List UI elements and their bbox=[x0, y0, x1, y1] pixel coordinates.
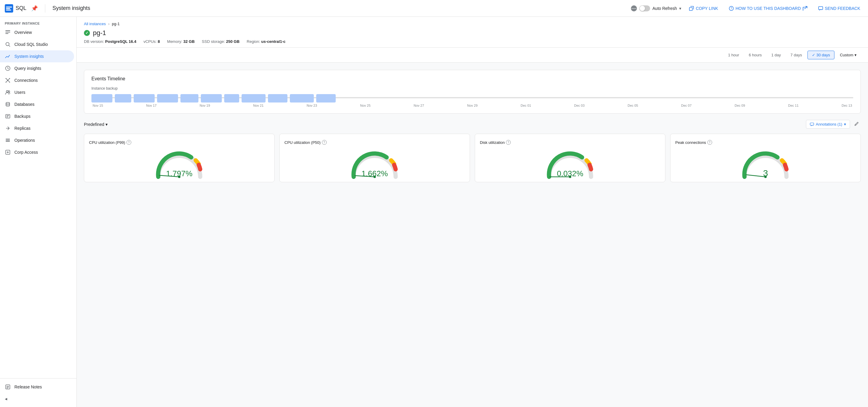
sidebar-item-databases[interactable]: Databases bbox=[0, 98, 74, 110]
toggle-track[interactable] bbox=[639, 5, 650, 11]
instance-header: pg-1 bbox=[84, 29, 861, 37]
operations-icon bbox=[5, 137, 11, 143]
page-title: System insights bbox=[53, 5, 626, 11]
timeline-bar-11[interactable] bbox=[316, 94, 336, 102]
sidebar-item-cloud-sql-studio[interactable]: Cloud SQL Studio bbox=[0, 38, 74, 50]
svg-rect-9 bbox=[5, 32, 10, 32]
sql-logo-icon bbox=[5, 4, 13, 12]
system-insights-label: System insights bbox=[14, 54, 44, 59]
svg-line-39 bbox=[746, 175, 766, 177]
send-feedback-button[interactable]: SEND FEEDBACK bbox=[815, 4, 863, 12]
gauge-value-peak-connections: 3 bbox=[763, 168, 768, 178]
events-timeline-card: Events Timeline Instance backup bbox=[84, 70, 861, 114]
time-btn-6hours[interactable]: 6 hours bbox=[745, 51, 766, 59]
breadcrumb-separator: › bbox=[108, 22, 110, 26]
timeline-bar-8[interactable] bbox=[242, 94, 266, 102]
timeline-bar-7[interactable] bbox=[224, 94, 239, 102]
sidebar-item-operations[interactable]: Operations bbox=[0, 134, 74, 146]
svg-rect-8 bbox=[5, 30, 10, 31]
gauge-card-cpu-p99: CPU utilization (P99) ? bbox=[84, 134, 275, 182]
sidebar-item-users[interactable]: Users bbox=[0, 86, 74, 98]
sidebar-item-query-insights[interactable]: Query insights bbox=[0, 62, 74, 74]
timeline-bar-10[interactable] bbox=[290, 94, 314, 102]
sidebar: Primary instance Overview Cloud SQL Stud… bbox=[0, 17, 77, 407]
svg-rect-26 bbox=[6, 141, 10, 142]
backups-label: Backups bbox=[14, 114, 31, 119]
memory-value: 32 GB bbox=[183, 39, 195, 44]
time-btn-1day[interactable]: 1 day bbox=[767, 51, 785, 59]
timeline-instance-backup-label: Instance backup bbox=[91, 86, 853, 91]
time-btn-custom[interactable]: Custom ▾ bbox=[836, 51, 861, 59]
timeline-bar-3[interactable] bbox=[134, 94, 155, 102]
backups-icon bbox=[5, 113, 11, 119]
svg-rect-7 bbox=[818, 7, 823, 9]
timeline-bar-6[interactable] bbox=[201, 94, 222, 102]
sidebar-item-system-insights[interactable]: System insights bbox=[0, 50, 74, 62]
gauge-value-cpu-p50: 1.662% bbox=[362, 169, 388, 178]
time-btn-30days[interactable]: ✓ 30 days bbox=[807, 51, 835, 59]
axis-label-dec01: Dec 01 bbox=[521, 104, 531, 107]
copy-link-button[interactable]: COPY LINK bbox=[686, 4, 721, 12]
help-icon-cpu-p99[interactable]: ? bbox=[126, 140, 131, 145]
sidebar-item-replicas[interactable]: Replicas bbox=[0, 122, 74, 134]
topbar-divider bbox=[45, 4, 45, 12]
app-body: Primary instance Overview Cloud SQL Stud… bbox=[0, 17, 868, 407]
timeline-bars bbox=[91, 93, 853, 104]
sidebar-item-release-notes[interactable]: Release Notes bbox=[0, 381, 74, 393]
sidebar-item-backups[interactable]: Backups bbox=[0, 110, 74, 122]
help-circle-icon: ? bbox=[729, 6, 734, 11]
axis-label-nov29: Nov 29 bbox=[467, 104, 478, 107]
time-btn-1hour[interactable]: 1 hour bbox=[724, 51, 743, 59]
annotations-button[interactable]: Annotations (1) ▾ bbox=[806, 120, 850, 129]
axis-label-nov19: Nov 19 bbox=[199, 104, 210, 107]
timeline-bar-5[interactable] bbox=[180, 94, 198, 102]
axis-label-nov21: Nov 21 bbox=[253, 104, 264, 107]
operations-label: Operations bbox=[14, 138, 35, 143]
axis-label-dec13: Dec 13 bbox=[842, 104, 852, 107]
vcpus-value: 8 bbox=[158, 39, 160, 44]
help-icon-disk[interactable]: ? bbox=[506, 140, 511, 145]
custom-chevron-icon: ▾ bbox=[855, 53, 857, 57]
predefined-label: Predefined bbox=[84, 122, 104, 127]
svg-rect-24 bbox=[6, 139, 10, 139]
axis-label-nov27: Nov 27 bbox=[414, 104, 424, 107]
timeline-bar-9[interactable] bbox=[268, 94, 287, 102]
memory-meta: Memory: 32 GB bbox=[167, 39, 195, 44]
auto-refresh-chevron[interactable]: ▾ bbox=[679, 6, 681, 11]
gauge-peak-connections: 3 bbox=[739, 148, 793, 178]
sidebar-item-corp-access[interactable]: Corp Access bbox=[0, 146, 74, 158]
svg-point-16 bbox=[6, 82, 7, 83]
db-version-meta: DB version: PostgreSQL 16.4 bbox=[84, 39, 136, 44]
svg-rect-23 bbox=[7, 117, 8, 117]
how-to-use-button[interactable]: ? HOW TO USE THIS DASHBOARD bbox=[726, 4, 810, 12]
gauge-title-cpu-p50: CPU utilization (P50) ? bbox=[284, 140, 327, 145]
help-icon-cpu-p50[interactable]: ? bbox=[322, 140, 327, 145]
feedback-icon bbox=[818, 6, 823, 11]
edit-button[interactable] bbox=[852, 120, 861, 129]
timeline-bar-1[interactable] bbox=[91, 94, 113, 102]
sidebar-item-overview[interactable]: Overview bbox=[0, 26, 74, 38]
timeline-bar-2[interactable] bbox=[115, 94, 131, 102]
corp-access-icon bbox=[5, 149, 11, 155]
svg-point-18 bbox=[6, 91, 8, 92]
sidebar-collapse-button[interactable]: ◂ bbox=[0, 393, 76, 405]
gauges-grid: CPU utilization (P99) ? bbox=[84, 134, 861, 182]
time-btn-7days[interactable]: 7 days bbox=[786, 51, 806, 59]
pin-icon[interactable]: 📌 bbox=[31, 5, 38, 12]
query-insights-icon bbox=[5, 65, 11, 71]
svg-point-14 bbox=[6, 78, 7, 79]
axis-label-dec09: Dec 09 bbox=[735, 104, 745, 107]
sidebar-item-connections[interactable]: Connections bbox=[0, 74, 74, 86]
vcpus-meta: vCPUs: 8 bbox=[144, 39, 160, 44]
help-icon-peak-connections[interactable]: ? bbox=[707, 140, 712, 145]
predefined-button[interactable]: Predefined ▾ bbox=[84, 122, 107, 127]
auto-refresh-toggle[interactable]: — Auto Refresh ▾ bbox=[631, 5, 682, 11]
release-notes-icon bbox=[5, 384, 11, 390]
collapse-icon: ◂ bbox=[5, 396, 7, 402]
breadcrumb-all-instances[interactable]: All instances bbox=[84, 22, 106, 26]
connections-icon bbox=[5, 77, 11, 83]
timeline-bar-4[interactable] bbox=[157, 94, 178, 102]
content-area: Events Timeline Instance backup bbox=[77, 63, 868, 189]
users-label: Users bbox=[14, 90, 26, 95]
sidebar-bottom: Release Notes ◂ bbox=[0, 378, 76, 407]
